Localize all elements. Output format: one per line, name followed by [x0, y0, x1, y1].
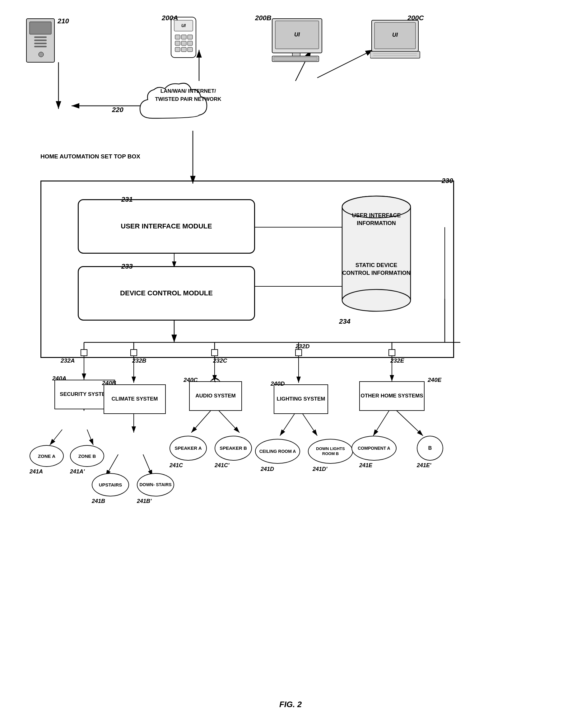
- device-200B: UI: [271, 17, 333, 64]
- security-label: SECURITY SYSTEM: [60, 391, 109, 398]
- zone-241Ep: B: [417, 436, 443, 461]
- zone-241D: CEILING ROOM A: [255, 439, 300, 464]
- svg-rect-42: [34, 46, 47, 47]
- label-240A: 240A: [52, 375, 66, 382]
- database-cylinder: USER INTERFACE INFORMATION STATIC DEVICE…: [339, 193, 414, 314]
- svg-rect-52: [188, 41, 193, 46]
- network-text: LAN/WAN/ INTERNET/ TWISTED PAIR NETWORK: [155, 88, 221, 102]
- label-231: 231: [121, 196, 133, 204]
- label-241B: 241B: [92, 498, 105, 504]
- label-232B: 232B: [132, 357, 146, 364]
- network-cloud: LAN/WAN/ INTERNET/ TWISTED PAIR NETWORK: [134, 78, 227, 132]
- zone-241Dp: DOWN LIGHTS ROOM B: [308, 439, 353, 464]
- set-top-box-label: HOME AUTOMATION SET TOP BOX: [40, 153, 140, 161]
- label-210: 210: [58, 17, 69, 25]
- zone-241C: SPEAKER A: [169, 436, 207, 461]
- svg-line-30: [50, 430, 62, 445]
- svg-line-33: [143, 454, 153, 476]
- svg-rect-66: [370, 51, 420, 58]
- svg-rect-50: [175, 41, 180, 46]
- audio-signal-icon: [209, 373, 221, 384]
- climate-system: CLIMATE SYSTEM: [104, 384, 166, 414]
- uim-module: USER INTERFACE MODULE: [78, 199, 255, 254]
- zone-241Bp: DOWN- STAIRS: [137, 473, 174, 496]
- svg-text:UI: UI: [181, 23, 186, 28]
- svg-rect-40: [34, 40, 47, 41]
- svg-rect-62: [274, 57, 317, 61]
- zone-241Cp: SPEAKER B: [215, 436, 252, 461]
- audio-system: AUDIO SYSTEM: [189, 381, 242, 411]
- lighting-label: LIGHTING SYSTEM: [277, 396, 325, 402]
- label-232C: 232C: [213, 357, 227, 364]
- label-200B: 200B: [255, 14, 272, 22]
- svg-rect-39: [34, 36, 47, 38]
- svg-rect-53: [175, 47, 180, 52]
- other-label: OTHER HOME SYSTEMS: [360, 392, 423, 399]
- svg-rect-41: [34, 43, 47, 44]
- svg-rect-38: [30, 22, 51, 34]
- label-200A: 200A: [162, 14, 178, 22]
- svg-rect-55: [188, 47, 193, 52]
- label-241Ap: 241A': [70, 468, 85, 475]
- label-241Ep: 241E': [417, 462, 431, 469]
- zone-241Ap: ZONE B: [70, 445, 104, 467]
- label-233: 233: [121, 262, 133, 270]
- uim-label: USER INTERFACE MODULE: [121, 222, 212, 231]
- label-232A: 232A: [61, 357, 75, 364]
- label-241Dp: 241D': [312, 466, 327, 472]
- svg-rect-51: [181, 41, 186, 46]
- svg-text:UI: UI: [294, 31, 300, 38]
- zone-241B: UPSTAIRS: [92, 473, 129, 496]
- label-240C: 240C: [184, 376, 197, 384]
- label-241A: 241A: [30, 468, 43, 475]
- db-label2: STATIC DEVICE CONTROL INFORMATION: [342, 262, 410, 276]
- label-241D: 241D: [261, 466, 274, 472]
- label-240E: 240E: [428, 376, 441, 384]
- label-232E: 232E: [390, 357, 404, 364]
- db-label1: USER INTERFACE INFORMATION: [352, 212, 400, 226]
- svg-rect-47: [175, 35, 180, 39]
- label-241E: 241E: [359, 462, 372, 469]
- label-232D: 232D: [296, 343, 309, 350]
- svg-rect-49: [188, 35, 193, 39]
- label-240D: 240D: [271, 380, 284, 387]
- svg-line-31: [87, 430, 93, 445]
- svg-point-75: [215, 381, 216, 382]
- other-systems: OTHER HOME SYSTEMS: [359, 381, 424, 411]
- svg-text:UI: UI: [392, 32, 398, 38]
- server-device: [23, 17, 59, 66]
- connector-232C: [211, 349, 218, 356]
- connector-232D: [295, 349, 302, 356]
- connector-232A: [81, 349, 87, 356]
- label-234: 234: [339, 317, 351, 326]
- label-220: 220: [112, 106, 123, 114]
- svg-rect-54: [181, 47, 186, 52]
- climate-label: CLIMATE SYSTEM: [112, 396, 158, 402]
- label-241C: 241C: [169, 462, 183, 469]
- dcm-module: DEVICE CONTROL MODULE: [78, 266, 255, 320]
- dcm-label: DEVICE CONTROL MODULE: [120, 289, 213, 298]
- label-230: 230: [442, 177, 453, 185]
- device-200C: UI: [370, 19, 429, 66]
- label-241Cp: 241C': [215, 462, 229, 469]
- zone-241E: COMPONENT A: [352, 436, 396, 461]
- svg-point-43: [38, 52, 44, 57]
- label-200C: 200C: [408, 14, 424, 22]
- label-240B: 240B: [102, 380, 116, 387]
- connector-232B: [130, 349, 137, 356]
- label-241Bp: 241B': [137, 498, 151, 504]
- svg-point-73: [342, 289, 411, 311]
- figure-caption: FIG. 2: [0, 700, 581, 709]
- svg-rect-48: [181, 35, 186, 39]
- audio-label: AUDIO SYSTEM: [195, 392, 236, 399]
- lighting-system: LIGHTING SYSTEM: [274, 384, 328, 414]
- connector-232E: [388, 349, 395, 356]
- zone-241A: ZONE A: [30, 445, 64, 467]
- device-200A: UI: [169, 16, 197, 61]
